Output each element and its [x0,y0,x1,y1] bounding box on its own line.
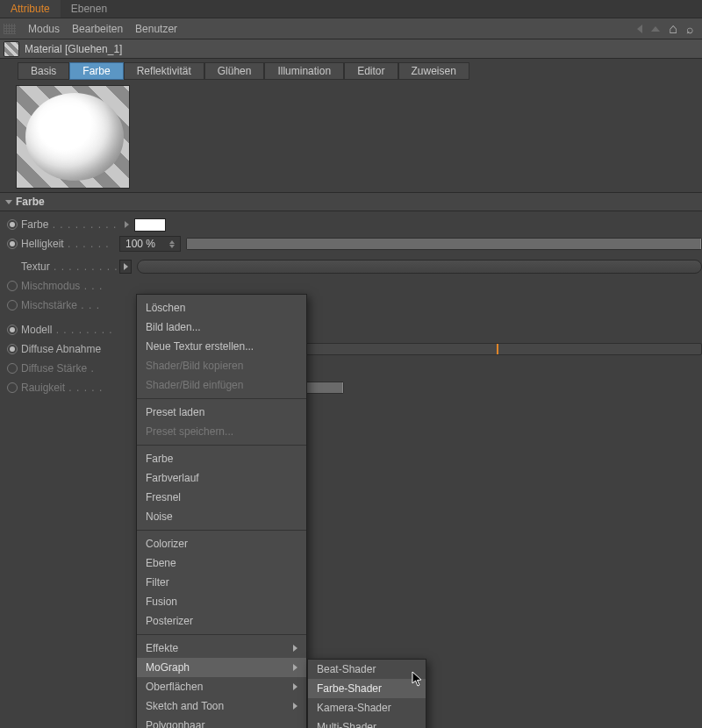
search-icon[interactable]: ⌕ [686,22,693,36]
anim-toggle-mischstaerke[interactable] [7,300,18,310]
ctx-filter[interactable]: Filter [137,573,306,592]
tab-basis[interactable]: Basis [18,62,69,80]
ctx-polygonhaar[interactable]: Polygonhaar [137,716,306,728]
label-farbe: Farbe . . . . . . . . . [21,218,119,231]
material-title: Material [Gluehen_1] [25,43,122,55]
menu-modus[interactable]: Modus [28,23,60,35]
submenu-arrow-icon [293,664,297,671]
sub-multi-shader[interactable]: Multi-Shader [308,717,426,728]
tab-attribute[interactable]: Attribute [0,0,61,18]
panel-tabs: Attribute Ebenen [0,0,702,18]
preview-area [0,83,702,192]
texture-slot[interactable] [137,260,702,274]
ctx-sketch[interactable]: Sketch and Toon [137,696,306,716]
ctx-loeschen[interactable]: Löschen [137,298,306,318]
ctx-farbverlauf[interactable]: Farbverlauf [137,468,306,488]
params-panel: Farbe . . . . . . . . . Helligkeit . . .… [0,211,702,397]
anim-toggle-rauigkeit[interactable] [7,382,18,393]
ctx-bild-laden[interactable]: Bild laden... [137,318,306,337]
tab-reflektivitaet[interactable]: Reflektivität [124,62,204,80]
cursor-icon [412,671,424,687]
ctx-farbe[interactable]: Farbe [137,449,306,468]
tab-zuweisen[interactable]: Zuweisen [398,62,469,80]
ctx-oberflaechen[interactable]: Oberflächen [137,677,306,696]
tab-ebenen[interactable]: Ebenen [61,0,118,18]
ctx-ebene[interactable]: Ebene [137,553,306,573]
submenu-arrow-icon [293,703,297,710]
slider-diffuse-abnahme[interactable] [274,343,702,355]
material-icon [4,41,19,57]
ctx-noise[interactable]: Noise [137,507,306,526]
anim-toggle-diffuse-staerke[interactable] [7,363,18,374]
menu-strip: Modus Bearbeiten Benutzer ⌂ ⌕ [0,18,702,39]
ctx-mograph[interactable]: MoGraph [137,658,306,677]
ctx-shader-kopieren: Shader/Bild kopieren [137,356,306,375]
mograph-submenu: Beat-Shader Farbe-Shader Kamera-Shader M… [307,659,426,728]
collapse-icon [5,200,12,204]
tab-gluehen[interactable]: Glühen [204,62,265,80]
texture-menu-button[interactable] [119,260,132,274]
anim-toggle-helligkeit[interactable] [7,239,18,249]
ctx-fresnel[interactable]: Fresnel [137,488,306,507]
ctx-neue-textur[interactable]: Neue Textur erstellen... [137,337,306,356]
anim-toggle-mischmodus[interactable] [7,281,18,291]
ctx-preset-laden[interactable]: Preset laden [137,403,306,422]
sub-farbe-shader[interactable]: Farbe-Shader [308,679,426,698]
submenu-arrow-icon [293,645,297,652]
texture-context-menu: Löschen Bild laden... Neue Textur erstel… [136,294,307,728]
slider-helligkeit[interactable] [186,238,702,250]
material-preview[interactable] [16,85,130,189]
ctx-effekte[interactable]: Effekte [137,639,306,658]
label-helligkeit: Helligkeit . . . . . . [21,238,119,250]
label-rauigkeit: Rauigkeit . . . . . [21,382,119,394]
label-textur: Textur . . . . . . . . . [21,261,119,273]
label-diffuse-abnahme: Diffuse Abnahme [21,343,119,355]
sub-kamera-shader[interactable]: Kamera-Shader [308,698,426,717]
grip-icon [4,24,16,34]
anim-toggle-farbe[interactable] [7,219,18,230]
section-label: Farbe [16,196,45,208]
ctx-posterizer[interactable]: Posterizer [137,611,306,631]
expand-icon[interactable] [125,221,129,228]
ctx-shader-einfuegen: Shader/Bild einfügen [137,375,306,395]
menu-benutzer[interactable]: Benutzer [135,23,177,35]
sub-beat-shader[interactable]: Beat-Shader [308,660,426,679]
ctx-preset-speichern: Preset speichern... [137,422,306,441]
tab-editor[interactable]: Editor [344,62,398,80]
label-mischstaerke: Mischstärke . . . [21,299,119,311]
menu-bearbeiten[interactable]: Bearbeiten [72,23,123,35]
label-diffuse-staerke: Diffuse Stärke . [21,362,119,375]
submenu-arrow-icon [293,683,297,690]
nav-back-icon[interactable] [637,25,642,33]
anim-toggle-modell[interactable] [7,325,18,335]
tab-farbe[interactable]: Farbe [69,62,123,80]
label-modell: Modell . . . . . . . . [21,324,119,336]
color-swatch[interactable] [134,218,166,232]
tab-illumination[interactable]: Illumination [264,62,344,80]
channel-tabs: Basis Farbe Reflektivität Glühen Illumin… [0,59,702,83]
anim-toggle-diffuse-abnahme[interactable] [7,344,18,354]
label-mischmodus: Mischmodus . . . [21,280,119,292]
nav-up-icon[interactable] [651,26,660,32]
ctx-colorizer[interactable]: Colorizer [137,534,306,553]
nav-home-icon[interactable]: ⌂ [669,21,677,37]
material-title-bar: Material [Gluehen_1] [0,39,702,59]
ctx-fusion[interactable]: Fusion [137,592,306,611]
section-farbe[interactable]: Farbe [0,192,702,211]
input-helligkeit[interactable]: 100 % [119,236,181,252]
